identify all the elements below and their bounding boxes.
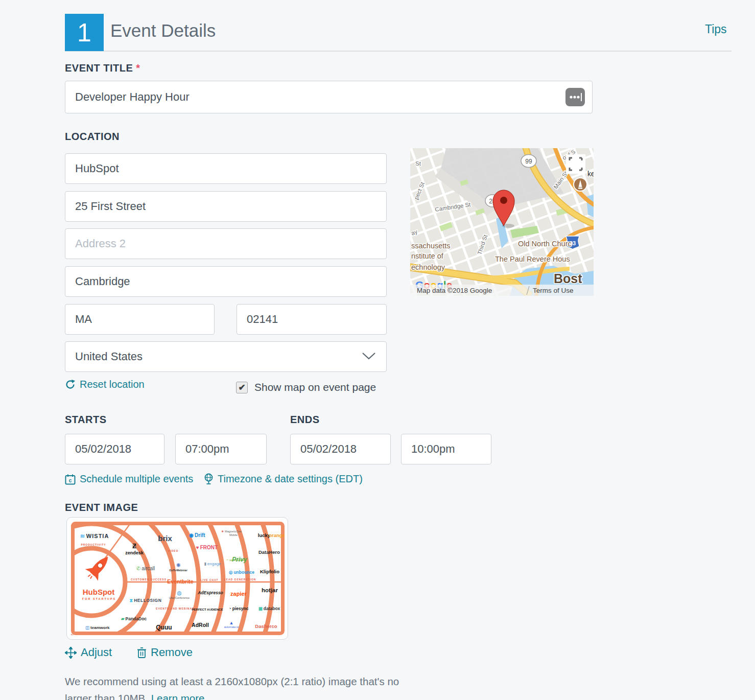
image-recommendation-text: We recommend using at least a 2160x1080p… [65,673,402,700]
adjust-image-link[interactable]: Adjust [65,646,112,659]
remove-image-link[interactable]: Remove [137,646,193,659]
partner-logo: ◎unbounce [229,570,254,575]
map-fullscreen-button[interactable] [566,154,585,174]
partner-logo: UberConference [169,597,190,600]
location-label: LOCATION [65,131,120,143]
schedule-multiple-events-label: Schedule multiple events [80,473,193,485]
partner-logo: FOR STARTUPS [82,598,116,601]
event-title-label: EVENT TITLE * [65,62,140,74]
reset-location-link[interactable]: Reset location [65,379,145,390]
partner-logo: ▮engage [204,562,221,566]
trash-icon [137,647,147,659]
svg-text:c: c [69,478,72,483]
event-image-label: EVENT IMAGE [65,502,138,514]
partner-logo: LIVE CHAT [200,579,218,581]
event-image-preview: ≋WISTIAPRODUCTIVITYƵzendeskbrixVIDEO◉Dri… [71,522,285,635]
svg-text:nstitute of: nstitute of [411,252,444,260]
learn-more-link[interactable]: Learn more [151,692,205,700]
end-time-input[interactable]: 10:00pm [401,434,491,464]
zip-input[interactable]: 02141 [237,304,387,335]
start-date-value: 05/02/2018 [75,442,131,456]
venue-name-input[interactable]: HubSpot [65,153,387,184]
end-date-input[interactable]: 05/02/2018 [290,434,391,464]
address1-input[interactable]: 25 First Street [65,191,387,222]
partner-logo: EVENTS AND WEBINAR [156,608,194,610]
event-form-page: 1 Event Details Tips EVENT TITLE * Devel… [0,0,755,700]
chevron-down-icon [362,350,376,363]
period: . [205,692,208,700]
step-number-badge: 1 [65,14,104,51]
event-title-input[interactable]: Developer Happy Hour [65,81,593,113]
end-time-value: 10:00pm [411,442,455,456]
city-input[interactable]: Cambridge [65,266,387,297]
partner-logo: HubSpot [83,588,114,596]
page-title: Event Details [110,20,216,41]
event-image-card[interactable]: ≋WISTIAPRODUCTIVITYƵzendeskbrixVIDEO◉Dri… [66,517,288,640]
partner-logo: GoToWebinar [169,569,187,572]
ellipsis-token-icon [565,87,585,107]
state-value: MA [75,313,92,326]
partner-logo: ◫teamwork [86,626,110,630]
partner-logo: VIDEO [168,550,179,552]
starts-label: STARTS [65,414,107,426]
move-icon [65,647,77,659]
partner-logo: ▣databox [258,606,280,611]
address2-input[interactable]: Address 2 [65,228,387,259]
partner-logo: PRODUCTIVITY [81,544,106,546]
map-terms-link[interactable]: Terms of Use [533,287,574,294]
end-date-value: 05/02/2018 [300,442,357,456]
partner-logo: ♥FRONT [196,545,218,550]
refresh-icon [65,379,76,390]
start-date-input[interactable]: 05/02/2018 [65,434,164,464]
partner-logo: AdRoll [192,622,209,628]
partner-logo: ❖MagneticOne [221,530,242,533]
partner-logo: ▰PandaDoc [121,617,147,621]
city-value: Cambridge [75,275,130,288]
tips-link[interactable]: Tips [705,22,727,36]
header-divider [65,51,732,52]
globe-icon [204,473,214,485]
ends-label: ENDS [290,414,320,426]
zip-value: 02141 [247,313,278,326]
partner-logo: Ƶ [132,543,136,549]
start-time-input[interactable]: 07:00pm [175,434,267,464]
venue-name-value: HubSpot [75,162,119,175]
map-attribution: Map data ©2018 Google [417,287,492,294]
required-asterisk: * [136,62,140,74]
state-input[interactable]: MA [65,304,215,335]
calendar-icon: c [65,474,76,485]
partner-logo: orange [269,533,285,538]
start-time-value: 07:00pm [185,442,229,456]
partner-logo: ▲ [229,621,234,625]
partner-logo: ✆aircall [136,566,155,571]
partner-logo: zapier [230,591,247,597]
partner-logo: ◉Drift [189,533,205,538]
map-canvas: 99 28 St pect St ay Cambridge St Third S… [410,148,594,296]
partner-logo: DataHero [258,550,280,555]
schedule-multiple-events-link[interactable]: c Schedule multiple events [65,473,193,485]
svg-text:ssachusetts: ssachusetts [411,242,451,250]
svg-text:99: 99 [525,158,532,165]
recommendation-body: We recommend using at least a 2160x1080p… [65,675,399,700]
address2-placeholder: Address 2 [75,237,126,250]
adjust-image-label: Adjust [81,646,112,659]
svg-text:Old North Churc: Old North Churc [518,240,572,248]
partner-logo: AdEspresso [198,591,223,595]
step-number: 1 [77,18,91,48]
svg-text:St: St [415,160,421,167]
timezone-settings-link[interactable]: Timezone & date settings (EDT) [204,473,363,485]
location-map[interactable]: 99 28 St pect St ay Cambridge St Third S… [410,148,594,296]
personalization-token-button[interactable] [565,87,585,107]
partner-logo: ◔piesync [229,606,249,611]
address1-value: 25 First Street [75,200,146,213]
partner-logo: CUSTOMER SUCCESS [131,578,167,581]
partner-logo: brix [158,534,172,542]
partner-logo: hotjar [262,588,278,594]
svg-text:The Paul Revere Hous: The Paul Revere Hous [495,255,570,263]
country-select[interactable]: United States [65,341,387,372]
partner-logo: Eventbrite [167,579,193,585]
country-value: United States [75,350,143,363]
partner-logo: ⧖HELLOSIGN [130,598,162,603]
svg-text:Bost: Bost [554,271,582,286]
show-map-checkbox[interactable]: ✔ [236,382,248,393]
